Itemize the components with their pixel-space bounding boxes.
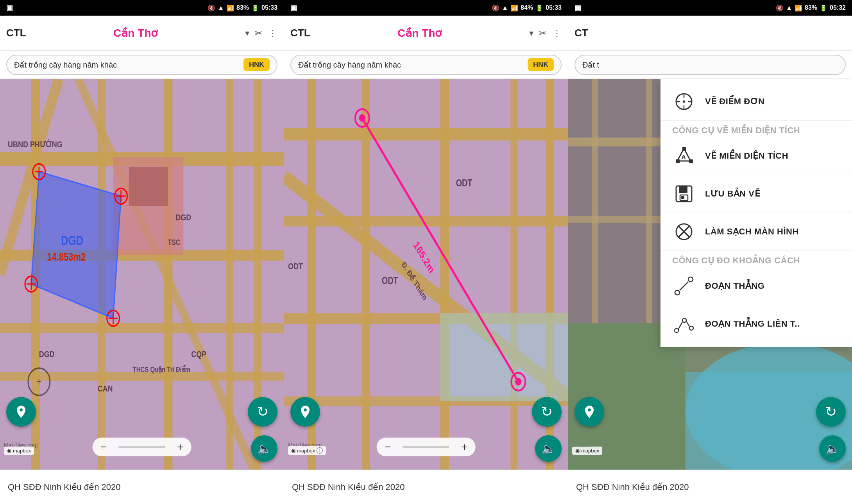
signal-icon-1: 📶 <box>226 4 234 12</box>
city-name-1[interactable]: Cần Thơ <box>32 27 240 39</box>
menu-item-draw-point[interactable]: VẼ ĐIỂM ĐƠN <box>660 83 852 121</box>
location-fab-2[interactable] <box>290 397 320 427</box>
refresh-fab-3[interactable]: ↻ <box>816 397 846 427</box>
search-input-3[interactable]: Đất t <box>575 55 846 75</box>
menu-item-save-map[interactable]: LƯU BẢN VẼ <box>660 175 852 213</box>
menu-label-save-map: LƯU BẢN VẼ <box>705 189 760 199</box>
measure-icon-2[interactable]: ✂ <box>539 28 547 39</box>
map-area-1[interactable]: DGD 14.853m2 UBND PHƯỜNG DGD TSC DGD CQP… <box>0 79 284 470</box>
search-badge-1: HNK <box>243 58 270 71</box>
clear-screen-icon <box>672 220 696 243</box>
zoom-out-btn-2[interactable]: − <box>385 441 391 453</box>
search-bar-1: Đất trồng cây hàng năm khác HNK <box>0 51 284 79</box>
measure-icon-1[interactable]: ✂ <box>255 28 263 39</box>
status-bar-1: ▣ 🔇 ▲ 📶 83% 🔋 05:33 <box>0 0 284 16</box>
menu-item-draw-area[interactable]: A VẼ MIỀN DIỆN TÍCH <box>660 137 852 175</box>
refresh-fab-2[interactable]: ↻ <box>532 397 562 427</box>
menu-section-area: CÔNG CỤ VẼ MIỀN DIỆN TÍCH <box>660 121 852 137</box>
sound-fab-2[interactable]: 🔈 <box>535 435 562 462</box>
city-name-2[interactable]: Cần Thơ <box>316 27 524 39</box>
refresh-icon-3: ↻ <box>825 404 837 420</box>
battery-percent-2: 84% <box>521 4 533 11</box>
map-area-3[interactable]: mapbox <box>568 79 852 470</box>
bottom-bar-text-1: QH SĐĐ Ninh Kiều đến 2020 <box>8 482 120 492</box>
menu-label-line-segment: ĐOẠN THẲNG <box>705 281 764 291</box>
mapbox-logo-3: ◉ mapbox <box>572 447 602 455</box>
svg-rect-86 <box>679 186 687 193</box>
battery-icon-1: 🔋 <box>251 4 259 12</box>
menu-item-clear-screen[interactable]: LÀM SẠCH MÀN HÌNH <box>660 213 852 251</box>
svg-line-94 <box>680 282 688 290</box>
save-map-icon <box>672 182 696 206</box>
dropdown-icon-2[interactable]: ▾ <box>529 28 533 38</box>
battery-percent-1: 83% <box>236 4 249 11</box>
menu-item-line-segment[interactable]: ĐOẠN THẲNG <box>660 267 852 305</box>
svg-point-54 <box>359 114 365 122</box>
more-icon-2[interactable]: ⋮ <box>552 28 562 39</box>
bottom-bar-1: QH SĐĐ Ninh Kiều đến 2020 <box>0 470 284 504</box>
dropdown-icon-1[interactable]: ▾ <box>245 28 249 38</box>
more-icon-1[interactable]: ⋮ <box>268 28 277 39</box>
search-text-3: Đất t <box>582 60 599 70</box>
map-area-2[interactable]: 165.2m ODT ODT ODT Đ. Đề Thám MapTiles.c… <box>284 79 568 470</box>
svg-text:ODT: ODT <box>288 262 303 271</box>
search-text-2: Đất trồng cây hàng năm khác <box>298 60 401 70</box>
menu-label-polyline: ĐOẠN THẲNG LIÊN T.. <box>705 319 800 329</box>
svg-point-92 <box>675 290 680 295</box>
zoom-slider-1[interactable] <box>118 446 165 448</box>
svg-rect-67 <box>592 79 598 323</box>
line-segment-icon <box>672 274 696 298</box>
search-input-1[interactable]: Đất trồng cây hàng năm khác HNK <box>6 55 277 75</box>
sound-fab-1[interactable]: 🔈 <box>251 435 277 462</box>
search-input-2[interactable]: Đất trồng cây hàng năm khác HNK <box>290 55 562 75</box>
location-fab-1[interactable] <box>6 397 36 427</box>
battery-icon-2: 🔋 <box>535 4 543 12</box>
battery-icon-3: 🔋 <box>820 4 827 12</box>
location-icon-3 <box>582 404 597 419</box>
bottom-bar-2: QH SĐĐ Ninh Kiều đến 2020 <box>284 470 568 504</box>
zoom-in-btn-1[interactable]: + <box>177 441 183 453</box>
menu-item-polyline[interactable]: ĐOẠN THẲNG LIÊN T.. <box>660 305 852 343</box>
search-bar-3: Đất t <box>568 51 852 79</box>
status-right-1: 🔇 ▲ 📶 83% 🔋 05:33 <box>208 4 277 12</box>
refresh-icon-2: ↻ <box>541 404 553 420</box>
mapbox-text-3: mapbox <box>581 448 599 454</box>
wifi-icon-2: ▲ <box>502 4 508 11</box>
refresh-fab-1[interactable]: ↻ <box>248 397 277 427</box>
svg-text:DGD: DGD <box>39 350 55 359</box>
time-1: 05:33 <box>261 4 277 11</box>
svg-text:UBND PHƯỜNG: UBND PHƯỜNG <box>8 139 63 149</box>
location-fab-3[interactable] <box>575 397 604 427</box>
svg-text:A: A <box>681 154 686 161</box>
time-3: 05:32 <box>830 4 846 11</box>
sound-icon-2: 🔈 <box>541 442 556 456</box>
zoom-out-btn-1[interactable]: − <box>100 441 107 453</box>
map-controls-3: ↻ 🔈 ◉ mapbox <box>568 391 852 470</box>
svg-text:CQP: CQP <box>191 350 206 359</box>
mapbox-text-2: mapbox <box>297 448 315 454</box>
screen-icon-3: ▣ <box>575 4 581 12</box>
svg-text:TSC: TSC <box>168 238 180 247</box>
status-right-2: 🔇 ▲ 📶 84% 🔋 05:33 <box>492 4 562 12</box>
zoom-slider-2[interactable] <box>403 446 449 448</box>
svg-line-99 <box>686 321 689 327</box>
status-left-2: ▣ <box>290 4 297 12</box>
svg-point-95 <box>675 329 678 332</box>
mapbox-icon-3: ◉ <box>575 448 580 454</box>
menu-label-draw-point: VẼ ĐIỂM ĐƠN <box>705 97 765 107</box>
svg-rect-41 <box>284 128 568 141</box>
panel-3: ▣ 🔇 ▲ 📶 83% 🔋 05:32 CT Đất t <box>568 0 852 504</box>
menu-section-distance: CÔNG CỤ ĐO KHOẢNG CÁCH <box>660 251 852 267</box>
menu-section-area-label: CÔNG CỤ VẼ MIỀN DIỆN TÍCH <box>672 125 800 135</box>
sound-icon-3: 🔈 <box>825 442 840 456</box>
sound-icon-1: 🔈 <box>257 442 272 456</box>
svg-rect-68 <box>646 79 652 323</box>
mapbox-icon-2: ◉ <box>291 448 295 454</box>
mute-icon-1: 🔇 <box>208 4 215 12</box>
status-right-3: 🔇 ▲ 📶 83% 🔋 05:32 <box>776 4 846 12</box>
marker-tr <box>115 188 127 204</box>
svg-text:THCS Quận Trí Điểm: THCS Quận Trí Điểm <box>133 365 190 374</box>
zoom-in-btn-2[interactable]: + <box>461 441 467 453</box>
sound-fab-3[interactable]: 🔈 <box>819 435 846 462</box>
marker-bl <box>25 276 38 292</box>
